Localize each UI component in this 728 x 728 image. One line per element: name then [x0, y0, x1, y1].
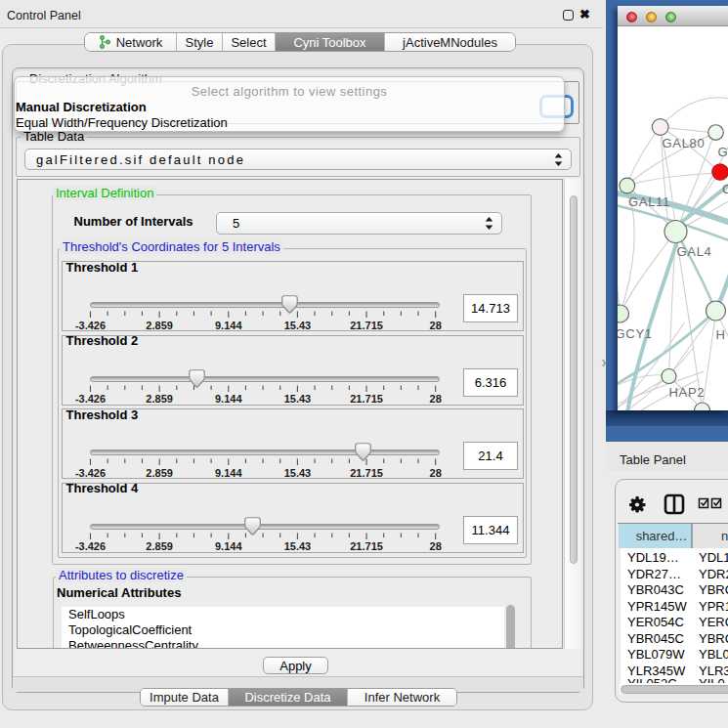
svg-text:GAL11: GAL11 — [628, 194, 670, 209]
svg-text:GCY1: GCY1 — [618, 326, 653, 341]
svg-text:GA: GA — [717, 145, 728, 159]
svg-text:C: C — [722, 182, 728, 196]
svg-text:HAP2: HAP2 — [668, 385, 705, 400]
svg-text:GAL80: GAL80 — [662, 136, 705, 150]
svg-text:GAL4: GAL4 — [676, 244, 711, 259]
svg-text:H: H — [715, 327, 725, 342]
